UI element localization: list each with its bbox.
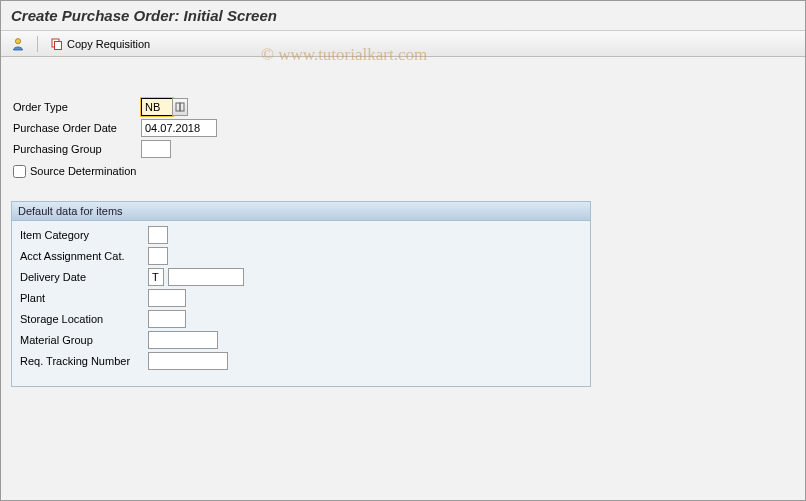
acct-assignment-input[interactable] [148,247,168,265]
order-type-search-help-button[interactable] [172,98,188,116]
order-type-label: Order Type [11,101,141,113]
req-tracking-input[interactable] [148,352,228,370]
plant-input[interactable] [148,289,186,307]
svg-point-0 [15,38,20,43]
acct-assignment-label: Acct Assignment Cat. [18,250,148,262]
delivery-date-input[interactable] [168,268,244,286]
content-area: Order Type Purchase Order Date Purchasin… [1,57,805,397]
svg-rect-2 [55,41,62,49]
source-determination-checkbox[interactable] [13,165,26,178]
user-button[interactable] [7,36,29,52]
copy-requisition-label: Copy Requisition [67,38,150,50]
copy-icon [50,37,64,51]
po-date-input[interactable] [141,119,217,137]
req-tracking-label: Req. Tracking Number [18,355,148,367]
source-determination-label: Source Determination [30,165,136,177]
svg-rect-4 [180,103,184,111]
default-data-group: Default data for items Item Category Acc… [11,201,591,387]
toolbar-divider [37,36,38,52]
page-title: Create Purchase Order: Initial Screen [1,1,805,31]
material-group-input[interactable] [148,331,218,349]
purchasing-group-label: Purchasing Group [11,143,141,155]
delivery-date-label: Delivery Date [18,271,148,283]
order-type-input[interactable] [141,98,173,116]
delivery-date-type-input[interactable] [148,268,164,286]
plant-label: Plant [18,292,148,304]
toolbar: Copy Requisition [1,31,805,57]
search-help-icon [175,102,185,112]
person-icon [11,37,25,51]
po-date-label: Purchase Order Date [11,122,141,134]
storage-location-input[interactable] [148,310,186,328]
default-data-header: Default data for items [12,202,590,221]
item-category-label: Item Category [18,229,148,241]
material-group-label: Material Group [18,334,148,346]
item-category-input[interactable] [148,226,168,244]
copy-requisition-button[interactable]: Copy Requisition [46,36,154,52]
svg-rect-3 [176,103,180,111]
storage-location-label: Storage Location [18,313,148,325]
purchasing-group-input[interactable] [141,140,171,158]
